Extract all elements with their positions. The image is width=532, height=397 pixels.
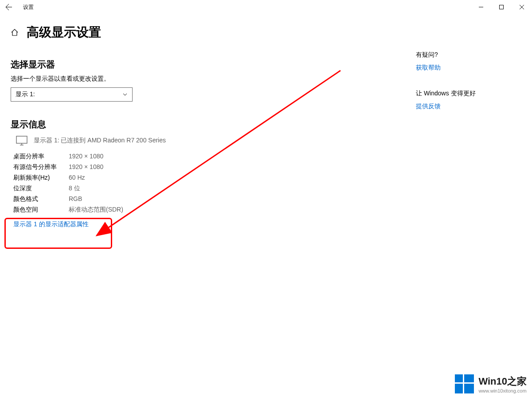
page-title: 高级显示设置 (27, 24, 101, 41)
adapter-link-wrapper: 显示器 1 的显示适配器属性 (13, 220, 321, 228)
watermark-url: www.win10xitong.com (478, 388, 527, 393)
sidebar-help-section: 有疑问? 获取帮助 (416, 51, 518, 72)
info-label: 桌面分辨率 (13, 153, 69, 161)
titlebar: 设置 (0, 0, 532, 14)
svg-rect-1 (500, 5, 504, 9)
select-display-desc: 选择一个显示器以查看或更改设置。 (11, 75, 321, 83)
table-row: 有源信号分辨率 1920 × 1080 (13, 163, 321, 171)
maximize-button[interactable] (491, 0, 512, 14)
page-header: 高级显示设置 (0, 14, 532, 41)
chevron-down-icon (122, 92, 128, 97)
home-icon[interactable] (11, 28, 19, 36)
info-label: 位深度 (13, 185, 69, 193)
info-label: 刷新频率(Hz) (13, 174, 69, 182)
monitor-header: 显示器 1: 已连接到 AMD Radeon R7 200 Series (11, 136, 321, 145)
get-help-link[interactable]: 获取帮助 (416, 64, 441, 72)
info-value: 1920 × 1080 (69, 153, 103, 161)
windows-logo-icon (455, 374, 474, 393)
display-dropdown[interactable]: 显示 1: (11, 87, 133, 102)
info-label: 颜色格式 (13, 195, 69, 203)
close-icon (520, 5, 524, 9)
select-display-title: 选择显示器 (11, 59, 321, 71)
display-info-title: 显示信息 (11, 118, 321, 130)
minimize-button[interactable] (471, 0, 491, 14)
table-row: 位深度 8 位 (13, 185, 321, 193)
back-button[interactable] (4, 2, 14, 12)
sidebar: 有疑问? 获取帮助 让 Windows 变得更好 提供反馈 (416, 51, 518, 128)
titlebar-left: 设置 (4, 2, 34, 12)
give-feedback-link[interactable]: 提供反馈 (416, 102, 441, 110)
sidebar-help-title: 有疑问? (416, 51, 518, 59)
info-value: 1920 × 1080 (69, 163, 103, 171)
table-row: 桌面分辨率 1920 × 1080 (13, 153, 321, 161)
maximize-icon (499, 5, 504, 9)
info-value: 60 Hz (69, 174, 85, 182)
sidebar-feedback-title: 让 Windows 变得更好 (416, 90, 518, 98)
watermark-text: Win10之家 www.win10xitong.com (478, 375, 527, 393)
info-label: 有源信号分辨率 (13, 163, 69, 171)
display-info-table: 桌面分辨率 1920 × 1080 有源信号分辨率 1920 × 1080 刷新… (13, 153, 321, 214)
window-title: 设置 (23, 4, 34, 11)
table-row: 颜色空间 标准动态范围(SDR) (13, 206, 321, 214)
watermark-title: Win10之家 (478, 375, 527, 388)
monitor-connected-text: 显示器 1: 已连接到 AMD Radeon R7 200 Series (34, 137, 166, 145)
adapter-properties-link[interactable]: 显示器 1 的显示适配器属性 (13, 220, 89, 228)
info-label: 颜色空间 (13, 206, 69, 214)
watermark: Win10之家 www.win10xitong.com (455, 374, 527, 393)
back-arrow-icon (5, 4, 12, 11)
table-row: 刷新频率(Hz) 60 Hz (13, 174, 321, 182)
svg-rect-4 (16, 136, 27, 143)
window-controls (471, 0, 532, 14)
close-button[interactable] (512, 0, 532, 14)
info-value: RGB (69, 195, 82, 203)
monitor-icon (16, 136, 27, 145)
sidebar-feedback-section: 让 Windows 变得更好 提供反馈 (416, 90, 518, 110)
display-info-section: 显示信息 显示器 1: 已连接到 AMD Radeon R7 200 Serie… (11, 118, 321, 228)
info-value: 标准动态范围(SDR) (69, 206, 123, 214)
display-dropdown-value: 显示 1: (16, 90, 35, 98)
minimize-icon (479, 5, 483, 9)
info-value: 8 位 (69, 185, 80, 193)
select-display-section: 选择显示器 选择一个显示器以查看或更改设置。 显示 1: (11, 59, 321, 102)
main-column: 选择显示器 选择一个显示器以查看或更改设置。 显示 1: 显示信息 显示器 1:… (11, 59, 321, 228)
table-row: 颜色格式 RGB (13, 195, 321, 203)
